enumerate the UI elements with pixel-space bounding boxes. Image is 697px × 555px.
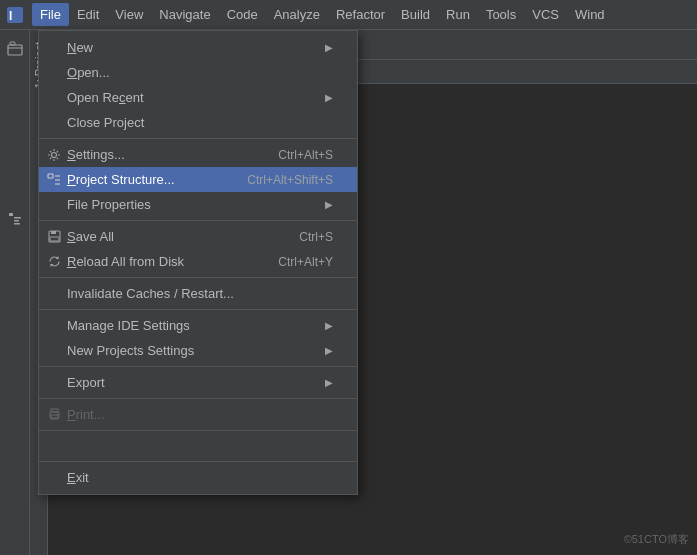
menu-item-export[interactable]: Export ▶ xyxy=(39,370,357,395)
separator-6 xyxy=(39,398,357,399)
menu-item-settings[interactable]: Settings... Ctrl+Alt+S xyxy=(39,142,357,167)
svg-rect-15 xyxy=(50,237,59,241)
menu-item-project-structure[interactable]: Project Structure... Ctrl+Alt+Shift+S xyxy=(39,167,357,192)
separator-7 xyxy=(39,430,357,431)
separator-1 xyxy=(39,138,357,139)
menu-item-open-recent[interactable]: Open Recent ▶ xyxy=(39,85,357,110)
separator-8 xyxy=(39,461,357,462)
menu-item-power-save[interactable] xyxy=(39,434,357,458)
save-icon xyxy=(45,230,63,243)
menu-item-new-projects[interactable]: New Projects Settings ▶ xyxy=(39,338,357,363)
menu-item-manage-ide[interactable]: Manage IDE Settings ▶ xyxy=(39,313,357,338)
svg-rect-19 xyxy=(51,409,58,412)
menu-item-print: Print... xyxy=(39,402,357,427)
reload-icon xyxy=(45,255,63,268)
menu-item-reload[interactable]: Reload All from Disk Ctrl+Alt+Y xyxy=(39,249,357,274)
menu-item-exit[interactable]: Exit xyxy=(39,465,357,490)
svg-rect-9 xyxy=(48,174,53,178)
file-menu: New ▶ Open... Open Recent ▶ Close Projec… xyxy=(38,30,358,495)
menu-item-save-all[interactable]: Save All Ctrl+S xyxy=(39,224,357,249)
svg-rect-14 xyxy=(51,231,56,234)
settings-menu-icon xyxy=(45,148,63,162)
print-icon xyxy=(45,408,63,421)
menu-item-invalidate[interactable]: Invalidate Caches / Restart... xyxy=(39,281,357,306)
svg-point-21 xyxy=(56,414,57,415)
separator-2 xyxy=(39,220,357,221)
separator-5 xyxy=(39,366,357,367)
menu-item-new[interactable]: New ▶ xyxy=(39,35,357,60)
dropdown-overlay: New ▶ Open... Open Recent ▶ Close Projec… xyxy=(0,0,697,555)
menu-item-file-properties[interactable]: File Properties ▶ xyxy=(39,192,357,217)
svg-point-8 xyxy=(52,152,57,157)
separator-4 xyxy=(39,309,357,310)
project-structure-icon xyxy=(45,173,63,187)
menu-item-close-project[interactable]: Close Project xyxy=(39,110,357,135)
menu-item-open[interactable]: Open... xyxy=(39,60,357,85)
separator-3 xyxy=(39,277,357,278)
